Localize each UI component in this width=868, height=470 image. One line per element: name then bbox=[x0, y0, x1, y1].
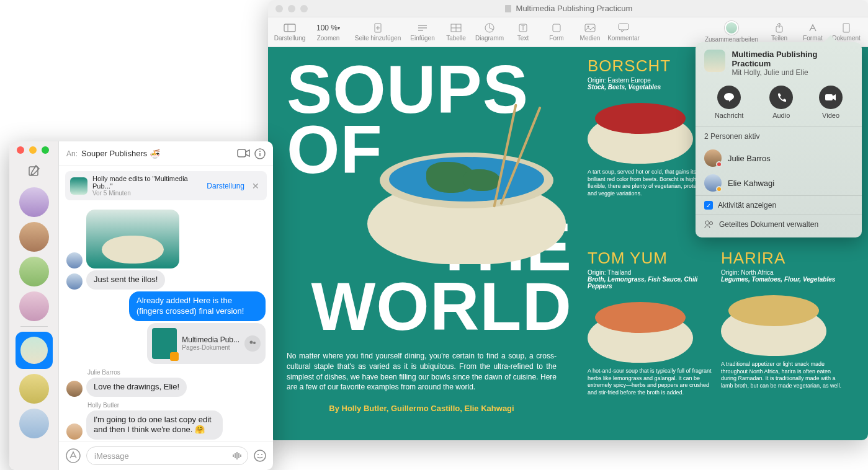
show-activity-toggle[interactable]: ✓ Aktivität anzeigen bbox=[696, 195, 862, 215]
conversation-souper-publishers[interactable] bbox=[16, 332, 53, 369]
text-button[interactable]: T Text bbox=[506, 22, 540, 42]
media-button[interactable]: Medien bbox=[573, 22, 607, 42]
image-attachment[interactable] bbox=[86, 210, 179, 268]
table-icon bbox=[450, 24, 462, 32]
chart-icon bbox=[485, 23, 494, 33]
conversation-2[interactable] bbox=[19, 222, 49, 252]
compose-button[interactable] bbox=[27, 164, 41, 177]
poster-title-block: SOUPS OF THE WORLD bbox=[287, 60, 572, 357]
collab-person-elie[interactable]: Elie Kahwagi bbox=[696, 171, 862, 195]
fullscreen-window-button[interactable] bbox=[42, 146, 49, 154]
media-icon bbox=[584, 24, 596, 32]
minimize-window-button[interactable] bbox=[29, 146, 37, 154]
emoji-button[interactable] bbox=[253, 449, 267, 463]
compose-icon bbox=[27, 164, 41, 177]
message-attachment-row: Multimedia Pub... Pages-Dokument bbox=[66, 323, 266, 364]
avatar bbox=[66, 273, 83, 290]
shape-button[interactable]: Form bbox=[540, 22, 573, 42]
conversation-4[interactable] bbox=[19, 291, 49, 321]
message-thread[interactable]: Just sent the illos! Already added! Here… bbox=[59, 205, 273, 441]
add-page-button[interactable]: Seite hinzufügen bbox=[350, 22, 406, 42]
collaborate-button[interactable]: Zusammenarbeiten bbox=[700, 21, 763, 43]
share-icon bbox=[775, 22, 784, 33]
svg-point-38 bbox=[254, 450, 266, 461]
minimize-window-button[interactable] bbox=[288, 5, 295, 12]
collab-person-julie[interactable]: Julie Barros bbox=[696, 146, 862, 171]
add-page-icon bbox=[373, 23, 383, 33]
svg-rect-26 bbox=[238, 149, 246, 157]
banner-action-link[interactable]: Darstellung bbox=[207, 182, 244, 190]
message-icon bbox=[723, 92, 735, 102]
conversation-1[interactable] bbox=[19, 187, 49, 217]
poster-byline: By Holly Butler, Guillermo Castillo, Eli… bbox=[287, 404, 557, 413]
message-bubble: Already added! Here is the (fingers cros… bbox=[129, 291, 266, 321]
svg-rect-18 bbox=[619, 24, 629, 30]
to-label: An: bbox=[66, 149, 78, 158]
format-button[interactable]: Format bbox=[796, 22, 830, 42]
checkbox-checked-icon: ✓ bbox=[704, 201, 713, 210]
share-button[interactable]: Teilen bbox=[763, 22, 796, 42]
apps-button[interactable] bbox=[65, 448, 81, 464]
recipient-name[interactable]: Souper Publishers 🍜 bbox=[81, 149, 160, 159]
avatar bbox=[66, 381, 83, 397]
banner-thumbnail bbox=[70, 177, 87, 195]
conversation-6[interactable] bbox=[19, 409, 49, 438]
comment-icon bbox=[618, 23, 629, 33]
soup-card-borscht: BORSCHT Origin: Eastern Europe Stock, Be… bbox=[588, 56, 712, 198]
avatar bbox=[66, 252, 83, 268]
collab-video-button[interactable]: Video bbox=[819, 86, 843, 119]
pages-window: Multimedia Publishing Practicum Darstell… bbox=[268, 0, 868, 440]
video-icon bbox=[237, 148, 251, 158]
svg-point-23 bbox=[705, 221, 709, 224]
pages-titlebar[interactable]: Multimedia Publishing Practicum bbox=[268, 0, 868, 17]
phone-icon bbox=[776, 92, 786, 102]
collab-audio-button[interactable]: Audio bbox=[769, 86, 793, 119]
message-row: I'm going to do one last copy edit and t… bbox=[66, 410, 266, 440]
document-panel-icon bbox=[842, 23, 851, 33]
message-input[interactable]: iMessage bbox=[86, 446, 248, 465]
close-window-button[interactable] bbox=[275, 5, 283, 12]
edit-notification-banner: Holly made edits to "Multimedia Pub..." … bbox=[65, 171, 267, 200]
collab-doc-thumbnail bbox=[704, 50, 725, 72]
dictation-button[interactable] bbox=[231, 450, 243, 461]
banner-close-button[interactable]: ✕ bbox=[249, 181, 262, 191]
attachment-thumbnail bbox=[152, 328, 177, 359]
conversation-3[interactable] bbox=[19, 257, 49, 286]
collab-header: Multimedia Publishing Practicum Mit Holl… bbox=[696, 50, 862, 83]
comment-button[interactable]: Kommentar bbox=[607, 22, 640, 42]
svg-point-31 bbox=[253, 342, 256, 344]
message-bubble: I'm going to do one last copy edit and t… bbox=[86, 410, 223, 440]
sender-label: Julie Barros bbox=[87, 369, 266, 376]
soup-card-tomyum: TOM YUM Origin: Thailand Broth, Lemongra… bbox=[588, 249, 712, 397]
shape-icon bbox=[552, 23, 562, 33]
view-button[interactable]: Darstellung bbox=[273, 22, 306, 42]
message-row: Just sent the illos! bbox=[66, 270, 266, 290]
collab-active-count: 2 Personen aktiv bbox=[696, 127, 862, 146]
text-icon: T bbox=[518, 23, 528, 33]
info-icon bbox=[254, 148, 266, 159]
document-attachment[interactable]: Multimedia Pub... Pages-Dokument bbox=[147, 323, 266, 364]
collaboration-popover: Multimedia Publishing Practicum Mit Holl… bbox=[696, 42, 862, 237]
details-button[interactable] bbox=[254, 148, 266, 159]
app-store-icon bbox=[65, 448, 81, 464]
svg-point-17 bbox=[588, 26, 589, 28]
zoom-selector[interactable]: 100 % ▾ Zoomen bbox=[306, 22, 350, 42]
collab-message-button[interactable]: Nachricht bbox=[715, 86, 743, 119]
insert-button[interactable]: Einfügen bbox=[406, 22, 439, 42]
close-window-button[interactable] bbox=[17, 146, 24, 154]
conversation-5[interactable] bbox=[19, 374, 49, 404]
fullscreen-window-button[interactable] bbox=[300, 5, 308, 12]
window-controls bbox=[275, 5, 308, 12]
facetime-button[interactable] bbox=[237, 148, 251, 159]
svg-rect-0 bbox=[505, 5, 511, 12]
chart-button[interactable]: Diagramm bbox=[473, 22, 506, 42]
svg-rect-21 bbox=[843, 24, 849, 32]
collab-avatar-icon bbox=[725, 21, 738, 35]
messages-sidebar bbox=[9, 141, 59, 470]
manage-shared-doc-button[interactable]: Geteiltes Dokument verwalten bbox=[696, 215, 862, 234]
message-row: Love the drawings, Elie! bbox=[66, 378, 266, 397]
svg-rect-15 bbox=[553, 24, 560, 32]
svg-point-24 bbox=[710, 222, 713, 225]
table-button[interactable]: Tabelle bbox=[439, 22, 473, 42]
document-title: Multimedia Publishing Practicum bbox=[504, 4, 633, 13]
